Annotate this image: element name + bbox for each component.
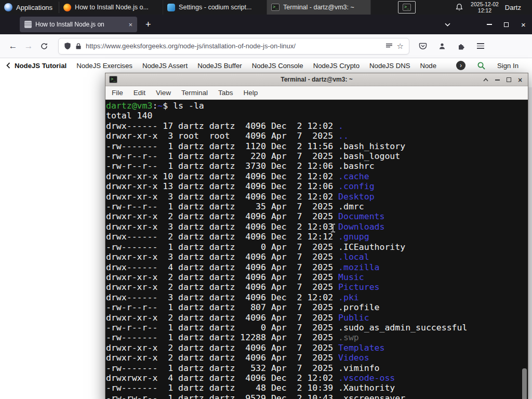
taskbar-window-firefox[interactable]: How to Install Node.js o...: [59, 0, 163, 15]
menu-edit[interactable]: Edit: [128, 86, 151, 100]
scroll-right-button[interactable]: ›: [456, 61, 466, 70]
browser-tab-active[interactable]: How to Install Node.js on ×: [20, 17, 137, 32]
terminal-output-line: -rw-rw-r-- 1 dartz dartz 9529 Dec 2 10:4…: [106, 393, 528, 399]
terminal-menubar: File Edit View Terminal Tabs Help: [105, 86, 528, 100]
terminal-output-line: dartz@vm3:~$ ls -la: [106, 101, 528, 111]
menu-button[interactable]: [474, 40, 487, 52]
window-minimize-button[interactable]: [481, 15, 498, 34]
minimize-button[interactable]: [491, 74, 503, 86]
window-maximize-button[interactable]: [498, 15, 515, 34]
taskbar-window-terminal[interactable]: >_ Terminal - dartz@vm3: ~: [267, 0, 371, 15]
terminal-output-line: -rw-r--r-- 1 dartz dartz 3730 Dec 2 12:0…: [106, 161, 528, 171]
sign-in-button[interactable]: Sign In: [497, 62, 518, 70]
back-button[interactable]: ←: [5, 38, 21, 54]
window-close-button[interactable]: ×: [515, 15, 532, 34]
scroll-left-icon[interactable]: [5, 62, 11, 69]
clock-time: 12:12: [471, 7, 499, 14]
nav-link-dns[interactable]: NodeJS DNS: [369, 62, 410, 70]
back-arrow-icon: ←: [9, 41, 18, 51]
taskbar-window-codium[interactable]: Settings - codium script...: [163, 0, 267, 15]
terminal-screen[interactable]: dartz@vm3:~$ ls -latotal 140drwx------ 1…: [105, 100, 528, 399]
bookmark-star-icon[interactable]: ☆: [397, 42, 404, 51]
minimize-icon: [495, 79, 500, 81]
applications-label: Applications: [16, 4, 52, 11]
url-text: https://www.geeksforgeeks.org/node-js/in…: [86, 42, 381, 50]
nav-link-exercises[interactable]: NodeJS Exercises: [76, 62, 132, 70]
codium-icon: [167, 4, 175, 11]
tab-close-icon[interactable]: ×: [127, 21, 134, 29]
toolbar-right-icons: [417, 40, 487, 52]
reload-icon: [40, 42, 48, 50]
menu-view[interactable]: View: [151, 86, 176, 100]
terminal-output-line: drwxr-xr-x 2 dartz dartz 4096 Apr 7 2025…: [106, 353, 528, 363]
notification-bell-button[interactable]: [455, 3, 463, 12]
forward-button[interactable]: →: [21, 38, 36, 54]
url-bar[interactable]: https://www.geeksforgeeks.org/node-js/in…: [58, 38, 409, 55]
list-all-tabs-button[interactable]: [440, 23, 456, 26]
terminal-output-line: drwx------ 4 dartz dartz 4096 Apr 7 2025…: [106, 262, 528, 272]
menu-file[interactable]: File: [107, 86, 128, 100]
menu-help[interactable]: Help: [238, 86, 263, 100]
tray-terminal-launcher[interactable]: >_: [398, 1, 416, 14]
terminal-output-line: drwxr-xr-x 2 dartz dartz 4096 Apr 7 2025…: [106, 272, 528, 282]
maximize-button[interactable]: [503, 74, 514, 86]
terminal-output-line: -rw-r--r-- 1 dartz dartz 807 Apr 7 2025 …: [106, 302, 528, 312]
nav-link-assert[interactable]: NodeJS Assert: [142, 62, 188, 70]
menu-tabs[interactable]: Tabs: [213, 86, 238, 100]
nav-link-buffer[interactable]: NodeJS Buffer: [197, 62, 242, 70]
terminal-window: >_ Terminal - dartz@vm3: ~ × File Edit V…: [105, 73, 528, 399]
account-icon: [438, 42, 446, 50]
minimize-icon: [487, 24, 492, 25]
page-scrollbar[interactable]: [528, 87, 532, 399]
browser-tab-strip: How to Install Node.js on × + ×: [0, 15, 532, 34]
terminal-output-line: drwxr-xr-x 2 dartz dartz 4096 Apr 7 2025…: [106, 313, 528, 323]
close-button[interactable]: ×: [514, 74, 526, 86]
terminal-output-line: -rw-r--r-- 1 dartz dartz 35 Apr 7 2025 .…: [106, 202, 528, 211]
reader-view-icon[interactable]: [385, 43, 393, 49]
clock-date: 2025-12-02: [471, 1, 499, 7]
tab-title: How to Install Node.js on: [35, 21, 123, 28]
terminal-icon: >_: [271, 4, 280, 11]
applications-menu-button[interactable]: Applications: [0, 0, 59, 15]
site-nav-bar: NodeJS Tutorial NodeJS Exercises NodeJS …: [0, 58, 532, 73]
extensions-button[interactable]: [455, 40, 468, 52]
terminal-output-line: -rw------- 1 dartz dartz 48 Dec 2 10:39 …: [106, 383, 528, 393]
nav-link-crypto[interactable]: NodeJS Crypto: [313, 62, 360, 70]
terminal-output-line: drwxr-xr-x 13 dartz dartz 4096 Dec 2 12:…: [106, 181, 528, 191]
terminal-output-line: -rw------- 1 dartz dartz 0 Apr 7 2025 .I…: [106, 242, 528, 252]
terminal-output-line: drwxr-xr-x 2 dartz dartz 4096 Apr 7 2025…: [106, 211, 528, 221]
tabstrip-controls: ×: [440, 15, 532, 34]
account-button[interactable]: [436, 40, 448, 52]
terminal-output-line: drwxr-xr-x 3 dartz dartz 4096 Dec 2 12:0…: [106, 222, 528, 232]
taskbar-window-title: Settings - codium script...: [179, 4, 251, 11]
terminal-output-line: drwx------ 17 dartz dartz 4096 Dec 2 12:…: [106, 121, 528, 131]
nav-link-truncated[interactable]: Node: [420, 62, 436, 70]
terminal-output-line: drwxr-xr-x 3 dartz dartz 4096 Apr 7 2025…: [106, 252, 528, 262]
terminal-output-line: drwxr-xr-x 3 root root 4096 Apr 7 2025 .…: [106, 131, 528, 141]
pocket-button[interactable]: [417, 40, 429, 52]
reload-button[interactable]: [36, 38, 52, 54]
close-icon: ×: [521, 20, 526, 29]
bell-icon: [455, 3, 463, 12]
terminal-output-line: total 140: [106, 111, 528, 121]
applications-icon: [4, 3, 12, 11]
page-favicon: [24, 21, 32, 28]
nav-link-console[interactable]: NodeJS Console: [252, 62, 303, 70]
search-icon[interactable]: [477, 61, 486, 70]
maximize-icon: [504, 22, 509, 27]
new-tab-button[interactable]: +: [142, 19, 154, 30]
terminal-output: dartz@vm3:~$ ls -latotal 140drwx------ 1…: [106, 101, 528, 399]
terminal-scrollbar-thumb[interactable]: [522, 368, 527, 399]
terminal-output-line: -rw------- 1 dartz dartz 1120 Dec 2 11:5…: [106, 141, 528, 151]
shield-icon: [64, 42, 71, 50]
forward-arrow-icon: →: [24, 41, 33, 51]
panel-clock[interactable]: 2025-12-02 12:12: [471, 1, 499, 14]
menu-terminal[interactable]: Terminal: [176, 86, 213, 100]
terminal-titlebar[interactable]: >_ Terminal - dartz@vm3: ~ ×: [105, 73, 528, 86]
maximize-icon: [507, 77, 511, 82]
shade-button[interactable]: [480, 74, 491, 86]
nav-link-tutorial[interactable]: NodeJS Tutorial: [15, 62, 66, 70]
terminal-output-line: drwxrwxr-x 4 dartz dartz 4096 Dec 2 12:0…: [106, 373, 528, 383]
taskbar-window-title: Terminal - dartz@vm3: ~: [283, 4, 354, 11]
terminal-icon: >_: [403, 4, 411, 11]
